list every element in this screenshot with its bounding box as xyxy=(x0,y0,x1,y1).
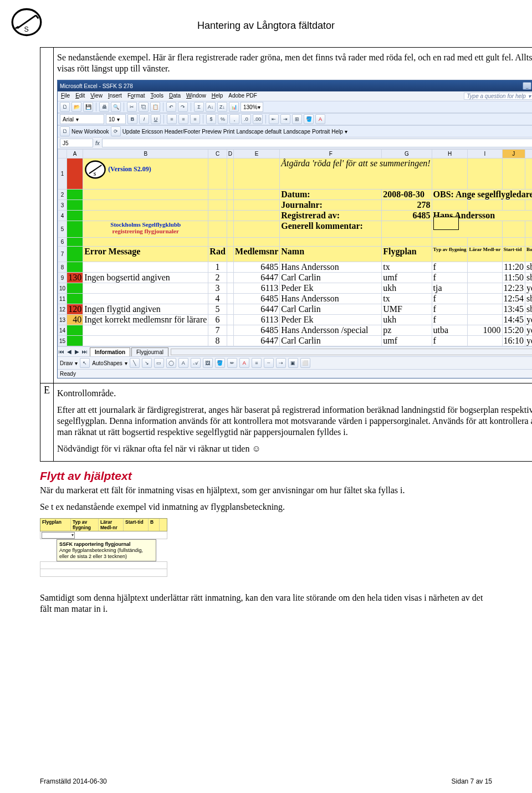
fill2-icon[interactable]: 🪣 xyxy=(215,358,225,368)
font-color-icon[interactable]: A xyxy=(315,114,325,124)
min-btn[interactable]: _ xyxy=(523,82,531,90)
save-icon[interactable]: 💾 xyxy=(83,102,93,112)
menu-edit[interactable]: Edit xyxy=(75,93,85,100)
dash-icon[interactable]: ┄ xyxy=(264,358,274,368)
arrowstyle-icon[interactable]: ⇢ xyxy=(276,358,286,368)
indent-dec-icon[interactable]: ⇤ xyxy=(269,114,279,124)
name-box[interactable]: J5 xyxy=(60,139,93,147)
3d-icon[interactable]: ⬜ xyxy=(300,358,310,368)
menu-help[interactable]: Help xyxy=(212,93,223,100)
tb-print[interactable]: Print xyxy=(223,129,235,135)
row1-letter xyxy=(40,48,54,383)
textbox-icon[interactable]: A xyxy=(178,358,188,368)
row-e-content: Kontrollområde. Efter att ett journalark… xyxy=(54,383,533,462)
copy-icon[interactable]: ⿻ xyxy=(139,102,149,112)
table-row: 1146485Hans Anderssontxf12:54sb xyxy=(58,294,533,304)
help-search[interactable]: Type a question for help▾ xyxy=(464,93,532,100)
cut-icon[interactable]: ✂ xyxy=(127,102,137,112)
tb-newwb[interactable]: New Workbook xyxy=(71,129,109,135)
pointer-icon[interactable]: ↖ xyxy=(80,358,90,368)
currency-icon[interactable]: $ xyxy=(206,114,216,124)
oval-icon[interactable]: ◯ xyxy=(166,358,176,368)
fx-label: fx xyxy=(95,140,100,146)
table-row: 9130Ingen bogsertid angiven26447Carl Car… xyxy=(58,273,533,283)
redo-icon[interactable]: ↷ xyxy=(178,102,188,112)
tooltip-mini-screenshot: Flygplan Typ av flygning Lärar Medl-nr S… xyxy=(40,518,167,577)
line-color-icon[interactable]: ✏ xyxy=(227,358,237,368)
font-color2-icon[interactable]: A xyxy=(239,358,249,368)
font-size[interactable]: 10 ▾ xyxy=(106,114,126,124)
rect-icon[interactable]: ▭ xyxy=(154,358,164,368)
menu-adobe[interactable]: Adobe PDF xyxy=(228,93,257,100)
wordart-icon[interactable]: 𝒜 xyxy=(191,358,201,368)
tb-help[interactable]: Help xyxy=(331,129,343,135)
excel-titlebar: Microsoft Excel - SSFK S 278 _ ▢ ✕ xyxy=(58,80,532,91)
tb-preview[interactable]: Preview xyxy=(202,129,222,135)
new-icon[interactable]: 🗋 xyxy=(60,102,70,112)
dec-dec-icon[interactable]: .00 xyxy=(253,114,263,124)
tb-port[interactable]: Portrait xyxy=(312,129,330,135)
sort-asc-icon[interactable]: A↓ xyxy=(206,102,216,112)
draw-menu[interactable]: Draw xyxy=(60,360,73,366)
tb-land[interactable]: Landscape xyxy=(283,129,310,135)
line-icon[interactable]: ╲ xyxy=(130,358,140,368)
undo-icon[interactable]: ↶ xyxy=(166,102,176,112)
sort-desc-icon[interactable]: Z↓ xyxy=(217,102,227,112)
italic-icon[interactable]: I xyxy=(139,114,149,124)
club-logo-icon: S xyxy=(84,158,106,181)
menu-format[interactable]: Format xyxy=(127,93,145,100)
shadow-icon[interactable]: ▣ xyxy=(288,358,298,368)
warning-text[interactable]: Åtgärda 'röda fel' för att se summeringe… xyxy=(280,158,432,190)
menu-view[interactable]: View xyxy=(90,93,103,100)
menu-tools[interactable]: Tools xyxy=(151,93,163,100)
tab-first[interactable]: ⏮ xyxy=(58,349,65,355)
comma-icon[interactable]: , xyxy=(229,114,239,124)
tip-body: Ange flygplansbeteckning (fullständig, e… xyxy=(59,548,154,560)
e-title: Kontrollområde. xyxy=(57,388,532,399)
menu-file[interactable]: File xyxy=(61,93,70,100)
excel-toolbar-1: 🗋 📂 💾 🖶 🔍 ✂ ⿻ 📋 ↶ ↷ Σ A↓ Z↓ 📊 130% ▾ xyxy=(58,101,532,113)
wb-icon[interactable]: 🗋 xyxy=(60,126,70,136)
paste-icon[interactable]: 📋 xyxy=(150,102,160,112)
table-row: 1340Inget korrekt medlemsnr för lärare66… xyxy=(58,315,533,325)
tab-last[interactable]: ⏭ xyxy=(81,349,89,355)
tab-flygjournal[interactable]: Flygjournal xyxy=(131,347,168,356)
menu-insert[interactable]: Insert xyxy=(108,93,122,100)
flytt-p2: Se t ex nedanstående exempel vid inmatni… xyxy=(40,502,492,513)
bold-icon[interactable]: B xyxy=(127,114,137,124)
print-icon[interactable]: 🖶 xyxy=(99,102,109,112)
preview-icon[interactable]: 🔍 xyxy=(111,102,121,112)
version-text: (Version S2.09) xyxy=(108,165,151,173)
underline-icon[interactable]: U xyxy=(151,114,161,124)
fill-icon[interactable]: 🪣 xyxy=(304,114,314,124)
align-left-icon[interactable]: ≡ xyxy=(167,114,177,124)
font-name[interactable]: Arial ▾ xyxy=(60,114,104,124)
percent-icon[interactable]: % xyxy=(218,114,228,124)
align-center-icon[interactable]: ≡ xyxy=(178,114,188,124)
menu-window[interactable]: Window xyxy=(186,93,206,100)
mini-dropdown[interactable] xyxy=(42,532,75,539)
arrow-tool-icon[interactable]: ↘ xyxy=(142,358,152,368)
tab-prev[interactable]: ◀ xyxy=(65,349,73,355)
formula-input[interactable] xyxy=(102,139,532,147)
tab-next[interactable]: ▶ xyxy=(73,349,81,355)
tab-information[interactable]: Information xyxy=(90,347,130,356)
open-icon[interactable]: 📂 xyxy=(71,102,81,112)
menu-data[interactable]: Data xyxy=(169,93,181,100)
linew-icon[interactable]: ≡ xyxy=(252,358,262,368)
update-icon[interactable]: ⟳ xyxy=(111,126,121,136)
sum-icon[interactable]: Σ xyxy=(194,102,204,112)
tb-land-def[interactable]: Landscape default xyxy=(236,129,282,135)
clipart-icon[interactable]: 🖼 xyxy=(203,358,213,368)
row1-content: Se nedanstående exempel. Här är flera re… xyxy=(54,48,533,383)
zoom-select[interactable]: 130% ▾ xyxy=(241,102,263,112)
borders-icon[interactable]: ⊞ xyxy=(292,114,302,124)
autoshapes-menu[interactable]: AutoShapes xyxy=(92,360,122,366)
section-table: Se nedanstående exempel. Här är flera re… xyxy=(40,47,532,462)
dec-inc-icon[interactable]: .0 xyxy=(241,114,251,124)
indent-inc-icon[interactable]: ⇥ xyxy=(280,114,290,124)
hscrollbar[interactable] xyxy=(171,349,532,355)
align-right-icon[interactable]: ≡ xyxy=(190,114,200,124)
chart-icon[interactable]: 📊 xyxy=(229,102,239,112)
tb-update[interactable]: Update Ericsson Header/Footer xyxy=(122,129,201,135)
